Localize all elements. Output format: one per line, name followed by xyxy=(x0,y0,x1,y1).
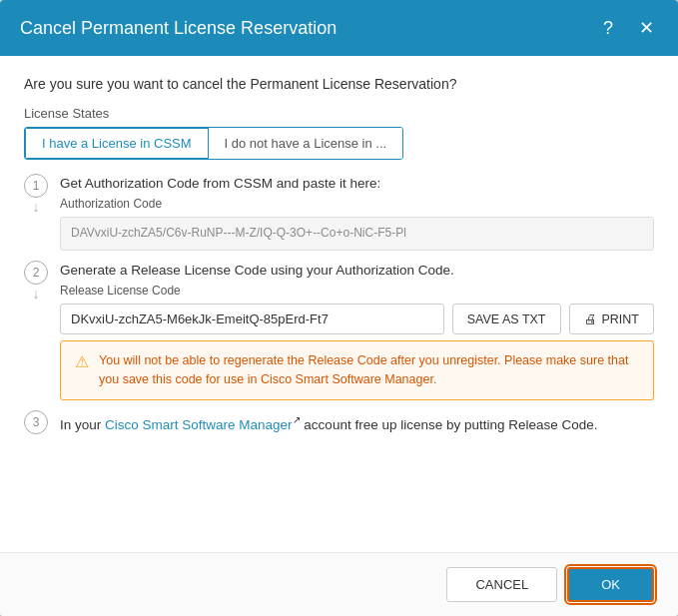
dialog-header: Cancel Permanent License Reservation ? ✕ xyxy=(0,0,678,56)
step-1-description: Get Authorization Code from CSSM and pas… xyxy=(60,174,654,191)
step-2-content: Generate a Release License Code using yo… xyxy=(60,261,654,400)
steps-container: 1 ↓ Get Authorization Code from CSSM and… xyxy=(24,174,654,435)
header-icon-group: ? ✕ xyxy=(596,16,658,40)
auth-code-display[interactable]: DAVvxiU-zchZA5/C6v-RuNP---M-Z/IQ-Q-3O+--… xyxy=(60,217,654,251)
ok-button[interactable]: OK xyxy=(567,567,654,602)
license-states-label: License States xyxy=(24,106,654,121)
printer-icon: 🖨 xyxy=(584,311,597,326)
step-1-content: Get Authorization Code from CSSM and pas… xyxy=(60,174,654,251)
cancel-plr-dialog: Cancel Permanent License Reservation ? ✕… xyxy=(0,0,678,616)
dialog-footer: CANCEL OK xyxy=(0,552,678,616)
warning-icon: ⚠ xyxy=(75,352,89,371)
step-3-circle: 3 xyxy=(24,410,48,434)
license-states-tab-group: I have a License in CSSM I do not have a… xyxy=(24,127,403,160)
step-2-arrow: ↓ xyxy=(33,287,40,301)
confirm-text: Are you sure you want to cancel the Perm… xyxy=(24,76,654,92)
step-3-content: In your Cisco Smart Software Manager↗ ac… xyxy=(60,410,654,435)
step-3-number-col: 3 xyxy=(24,410,48,434)
step-2-number-col: 2 ↓ xyxy=(24,261,48,301)
step-3-description: In your Cisco Smart Software Manager↗ ac… xyxy=(60,410,654,435)
cssm-link[interactable]: Cisco Smart Software Manager xyxy=(105,416,293,431)
step-2-circle: 2 xyxy=(24,261,48,285)
tab-no-license[interactable]: I do not have a License in ... xyxy=(209,128,403,159)
step-1-arrow: ↓ xyxy=(33,200,40,214)
release-code-input[interactable] xyxy=(60,304,444,334)
tab-has-license[interactable]: I have a License in CSSM xyxy=(24,127,210,160)
step-1-field-label: Authorization Code xyxy=(60,197,654,211)
external-link-icon: ↗ xyxy=(293,414,301,425)
step-1-number-col: 1 ↓ xyxy=(24,174,48,214)
step-2: 2 ↓ Generate a Release License Code usin… xyxy=(24,261,654,400)
help-button[interactable]: ? xyxy=(596,16,620,40)
dialog-title: Cancel Permanent License Reservation xyxy=(20,18,337,39)
release-code-row: SAVE AS TXT 🖨 PRINT xyxy=(60,304,654,334)
license-states-section: License States I have a License in CSSM … xyxy=(24,106,654,160)
step-3: 3 In your Cisco Smart Software Manager↗ … xyxy=(24,410,654,435)
print-button[interactable]: 🖨 PRINT xyxy=(569,304,655,334)
save-as-txt-button[interactable]: SAVE AS TXT xyxy=(452,304,561,334)
step-1-circle: 1 xyxy=(24,174,48,198)
warning-box: ⚠ You will not be able to regenerate the… xyxy=(60,340,654,400)
step-2-description: Generate a Release License Code using yo… xyxy=(60,261,654,278)
warning-text: You will not be able to regenerate the R… xyxy=(99,351,639,389)
step-1: 1 ↓ Get Authorization Code from CSSM and… xyxy=(24,174,654,251)
cancel-button[interactable]: CANCEL xyxy=(446,567,557,602)
dialog-body: Are you sure you want to cancel the Perm… xyxy=(0,56,678,552)
step-2-field-label: Release License Code xyxy=(60,284,654,298)
close-button[interactable]: ✕ xyxy=(634,16,658,40)
